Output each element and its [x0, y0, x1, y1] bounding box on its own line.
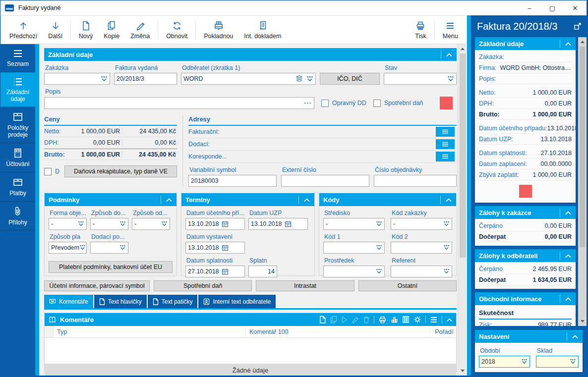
columns-icon[interactable]: [402, 316, 410, 323]
change-button[interactable]: Změna: [125, 17, 155, 43]
open-external-icon[interactable]: [574, 22, 582, 30]
collapse-section-button[interactable]: [560, 252, 572, 260]
danova-rekapitulace-button[interactable]: Daňová rekapitulace, typ daně VE: [64, 165, 177, 177]
ellipsis-button[interactable]: ···: [304, 100, 312, 107]
sidebar-item-seznam[interactable]: Seznam: [0, 44, 35, 72]
panel-separator[interactable]: [467, 15, 471, 376]
checkbox-icon[interactable]: [321, 100, 329, 107]
dropdown-icon[interactable]: [306, 76, 313, 82]
menu-button[interactable]: Menu: [437, 17, 464, 43]
previous-button[interactable]: Předchozí: [4, 17, 43, 43]
print-button[interactable]: Tisk: [410, 17, 431, 43]
column-typ[interactable]: Typ: [54, 326, 246, 337]
chart-icon[interactable]: [391, 316, 398, 323]
cash-register-button[interactable]: Pokladnou: [198, 17, 238, 43]
scroll-up-arrow[interactable]: [578, 38, 587, 46]
collapse-section-button[interactable]: [161, 196, 173, 204]
datum-ucetniho-input[interactable]: 13.10.2018: [185, 218, 245, 230]
collapse-section-button[interactable]: [560, 40, 572, 48]
collapse-section-button[interactable]: [441, 51, 453, 59]
internal-document-button[interactable]: Int. dokladem: [238, 17, 287, 43]
dodaci-podminky-combo[interactable]: [90, 242, 128, 254]
referent-combo[interactable]: [391, 266, 452, 277]
collapse-section-button[interactable]: [440, 196, 452, 204]
scroll-down-arrow[interactable]: [578, 318, 587, 325]
externi-cislo-input[interactable]: [281, 175, 369, 187]
spotrebni-dan-button[interactable]: Spotřební daň: [154, 280, 252, 291]
scroll-thumb[interactable]: [460, 54, 466, 258]
new-record-icon[interactable]: [319, 316, 326, 323]
next-button[interactable]: Další: [43, 17, 67, 43]
delete-record-icon[interactable]: [363, 316, 370, 323]
spotrebni-dan-checkbox[interactable]: Spotřební daň: [373, 100, 423, 107]
cislo-objednavky-input[interactable]: [374, 175, 457, 187]
adresa-menu-button[interactable]: [436, 152, 455, 162]
print-grid-icon[interactable]: [378, 316, 387, 323]
settings-icon[interactable]: [413, 316, 421, 323]
maximize-button[interactable]: ▢: [541, 0, 564, 15]
calendar-icon[interactable]: [285, 220, 305, 227]
tab-interni-text-odberatele[interactable]: Interní text odběratele: [198, 295, 276, 308]
stredisko-combo[interactable]: -: [323, 218, 385, 230]
calendar-icon[interactable]: [222, 268, 242, 275]
sidebar-item-polozky-prodeje[interactable]: Položky prodeje: [0, 107, 35, 143]
kod-2-combo[interactable]: [391, 242, 452, 254]
column-komentar[interactable]: Komentář 100: [246, 326, 430, 337]
copy-record-icon[interactable]: [330, 316, 337, 323]
popis-input[interactable]: ···: [44, 97, 314, 109]
tab-komentare[interactable]: Komentáře: [44, 295, 93, 308]
kod-1-combo[interactable]: [323, 242, 385, 254]
scroll-down-arrow[interactable]: [458, 367, 467, 375]
edit-record-icon[interactable]: [352, 316, 359, 323]
forma-objednani-combo[interactable]: -: [49, 218, 87, 230]
splatnost-input[interactable]: [248, 266, 277, 277]
datum-splatnosti-input[interactable]: 27.10.2018: [185, 266, 245, 277]
grid-menu-icon[interactable]: [430, 317, 438, 323]
scroll-thumb[interactable]: [580, 47, 585, 247]
sidebar-item-uctovani[interactable]: Účtování: [0, 143, 35, 172]
collapse-section-button[interactable]: [560, 209, 572, 217]
collapse-section-button[interactable]: [298, 196, 310, 204]
sidebar-item-zakladni-udaje[interactable]: Základní údaje: [0, 72, 35, 108]
zpusob-platby-combo[interactable]: Převodem: [49, 242, 87, 254]
panel-vertical-scrollbar[interactable]: [578, 37, 587, 326]
obdobi-combo[interactable]: 2018: [479, 356, 530, 368]
adresa-menu-button[interactable]: [436, 139, 455, 149]
scroll-up-arrow[interactable]: [458, 45, 467, 53]
adresa-menu-button[interactable]: [436, 127, 455, 137]
ico-dic-button[interactable]: IČO, DIČ: [320, 73, 380, 85]
layers-icon[interactable]: [295, 75, 303, 82]
ostatni-button[interactable]: Ostatní: [358, 280, 457, 291]
odberatel-combo[interactable]: WORD: [181, 73, 316, 85]
faktura-input[interactable]: [114, 73, 177, 85]
kod-zakazky-combo[interactable]: -: [391, 218, 452, 230]
zakazka-combo[interactable]: [44, 73, 110, 85]
stav-combo[interactable]: [384, 73, 457, 85]
main-vertical-scrollbar[interactable]: [458, 44, 467, 376]
platebni-podminky-button[interactable]: Platební podmínky, bankovní účet EU: [49, 261, 173, 273]
collapse-section-button[interactable]: [567, 332, 579, 341]
ucetni-informace-button[interactable]: Účetní informace, párovací symbol: [44, 280, 150, 291]
run-icon[interactable]: [341, 316, 348, 323]
refresh-button[interactable]: Obnovit: [161, 17, 193, 43]
faktura-input-field[interactable]: [117, 75, 175, 82]
copy-button[interactable]: Kopie: [98, 17, 125, 43]
tab-text-paticky[interactable]: Text patičky: [148, 295, 198, 308]
checkbox-icon[interactable]: [44, 168, 52, 175]
column-poradi[interactable]: Pořadí: [430, 328, 456, 335]
close-button[interactable]: ✕: [564, 0, 587, 15]
intrastat-button[interactable]: Intrastat: [256, 280, 354, 291]
collapse-section-button[interactable]: [560, 295, 572, 303]
sidebar-item-prilohy[interactable]: Přílohy: [0, 202, 35, 231]
collapse-grid-icon[interactable]: [446, 318, 453, 322]
checkbox-icon[interactable]: [373, 100, 381, 107]
calendar-icon[interactable]: [222, 220, 242, 227]
datum-uzp-input[interactable]: 13.10.2018: [248, 218, 308, 230]
datum-vystaveni-input[interactable]: 13.10.2018: [185, 242, 245, 254]
minimize-button[interactable]: –: [518, 0, 541, 15]
variabilni-symbol-input[interactable]: [188, 175, 277, 187]
new-button[interactable]: Nový: [73, 17, 98, 43]
sklad-combo[interactable]: [536, 356, 579, 368]
zpusob-dopravy-combo[interactable]: -: [90, 218, 128, 230]
d-checkbox[interactable]: D: [44, 168, 59, 175]
